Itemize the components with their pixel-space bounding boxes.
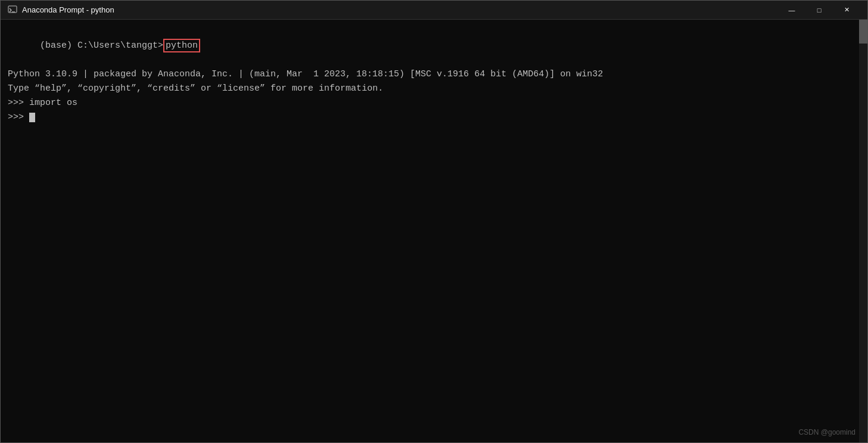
terminal-line-4: >>> import os xyxy=(8,96,860,110)
prompt-prefix: (base) C:\Users\tanggt> xyxy=(40,41,163,51)
minimize-button[interactable]: — xyxy=(778,1,805,20)
watermark: CSDN @goomind xyxy=(798,427,855,438)
or-text: ” or “license” for more information. xyxy=(190,83,383,94)
terminal-line-3: Type “help”, “copyright”, “credits” or “… xyxy=(8,82,860,96)
type-help-text: Type “help”, “ xyxy=(8,83,83,94)
copyright-text: copyright xyxy=(83,83,131,94)
terminal-line-5: >>> xyxy=(8,110,860,125)
terminal-window: Anaconda Prompt - python — □ ✕ (base) C:… xyxy=(0,0,868,443)
scrollbar-thumb[interactable] xyxy=(859,20,867,44)
scrollbar[interactable] xyxy=(859,20,867,442)
title-bar-left: Anaconda Prompt - python xyxy=(8,5,114,15)
title-bar: Anaconda Prompt - python — □ ✕ xyxy=(1,1,867,20)
terminal-body[interactable]: (base) C:\Users\tanggt>python Python 3.1… xyxy=(1,20,867,442)
terminal-line-2: Python 3.10.9 | packaged by Anaconda, In… xyxy=(8,67,860,82)
prompt-5: >>> xyxy=(8,112,29,122)
terminal-line-1: (base) C:\Users\tanggt>python xyxy=(8,24,860,67)
terminal-icon xyxy=(8,5,17,15)
window-title: Anaconda Prompt - python xyxy=(22,5,114,14)
cursor xyxy=(29,113,35,122)
close-button[interactable]: ✕ xyxy=(833,1,860,20)
maximize-button[interactable]: □ xyxy=(805,1,833,20)
credits-separator: ”, “ xyxy=(131,83,153,94)
credits-text: credits xyxy=(153,83,190,94)
window-controls: — □ ✕ xyxy=(778,1,860,20)
python-command-highlight: python xyxy=(163,39,200,52)
